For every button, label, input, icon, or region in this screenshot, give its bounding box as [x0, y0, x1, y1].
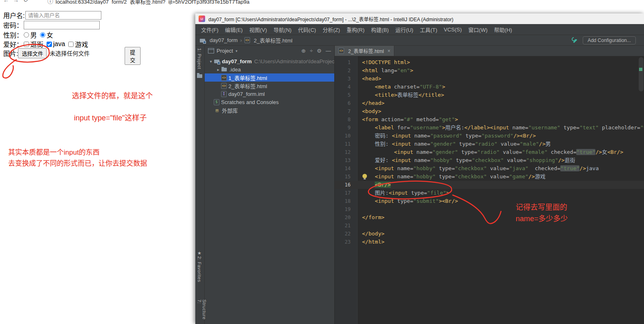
collapse-icon[interactable]: ÷: [310, 48, 313, 54]
browser-address-bar[interactable]: ← → ⟳ ⓘ localhost:63342/day07_form/2_表单标…: [0, 0, 644, 4]
tree-item[interactable]: ▾day07_formC:\Users\Administrator\IdeaPr…: [205, 57, 334, 65]
line-number[interactable]: 4: [335, 83, 357, 91]
line-number[interactable]: 9: [335, 124, 357, 132]
tool-button-structure[interactable]: 7: Structure: [197, 300, 207, 324]
code-line[interactable]: 15 <input name="hobby" type="checkbox" v…: [335, 173, 644, 181]
refresh-icon[interactable]: ⟳: [24, 0, 29, 3]
code-line[interactable]: 20</form>: [335, 213, 644, 222]
code-line[interactable]: 7<body>: [335, 107, 644, 115]
favorites-star-icon[interactable]: ★: [197, 251, 201, 256]
project-tool-icon[interactable]: [197, 74, 202, 78]
code-line[interactable]: 12 <input name="gender" type="radio" val…: [335, 148, 644, 156]
code-line[interactable]: 21: [335, 222, 644, 230]
breadcrumb-file[interactable]: <> 2_表单标签.html: [244, 36, 293, 44]
intention-bulb-icon[interactable]: [362, 174, 367, 178]
menu-item[interactable]: 代码(C): [295, 26, 319, 33]
menu-item[interactable]: VCS(S): [441, 27, 465, 33]
code-line[interactable]: 18 <input type="submit"><Br/>: [335, 197, 644, 205]
menu-item[interactable]: 工具(T): [416, 26, 441, 33]
locate-icon[interactable]: ⊕: [301, 48, 306, 54]
line-number[interactable]: 16: [335, 181, 357, 189]
gear-icon[interactable]: ⚙: [317, 48, 322, 54]
menu-item[interactable]: 视图(V): [246, 26, 270, 33]
checkbox-java[interactable]: [47, 42, 52, 47]
line-number[interactable]: 1: [335, 58, 357, 67]
line-number[interactable]: 13: [335, 156, 357, 164]
line-number[interactable]: 10: [335, 132, 357, 140]
line-number[interactable]: 6: [335, 99, 357, 107]
menu-item[interactable]: 构建(B): [368, 26, 392, 33]
line-number[interactable]: 17: [335, 189, 357, 197]
line-number[interactable]: 23: [335, 238, 357, 246]
tree-item[interactable]: ▸.idea: [205, 65, 334, 73]
idea-title-bar[interactable]: IJ day07_form [C:\Users\Administrator\Id…: [195, 13, 644, 24]
line-number[interactable]: 20: [335, 213, 357, 222]
close-icon[interactable]: ×: [387, 48, 390, 54]
expand-arrow-icon[interactable]: ▸: [215, 67, 221, 72]
editor-tab[interactable]: <> 2_表单标签.html ×: [335, 46, 394, 56]
line-number[interactable]: 5: [335, 91, 357, 99]
tree-item[interactable]: <>2_表单标签.html: [205, 82, 334, 90]
submit-button[interactable]: 提交: [125, 47, 141, 65]
code-line[interactable]: 9 <label for="username">用户名:</label><inp…: [335, 124, 644, 132]
code-line[interactable]: 22</body>: [335, 230, 644, 238]
menu-item[interactable]: 窗口(W): [465, 26, 491, 33]
add-configuration-button[interactable]: Add Configuration...: [583, 36, 636, 44]
menu-item[interactable]: 编辑(E): [222, 26, 246, 33]
line-number[interactable]: 19: [335, 205, 357, 213]
menu-item[interactable]: 分析(Z): [319, 26, 343, 33]
code-area[interactable]: 1<!DOCTYPE html>2<html lang="en">3<head>…: [335, 56, 644, 324]
tool-button-project[interactable]: 1: Project: [197, 48, 202, 69]
line-number[interactable]: 15: [335, 173, 357, 181]
expand-arrow-icon[interactable]: ▾: [208, 59, 214, 64]
chevron-down-icon[interactable]: ▾: [235, 49, 237, 53]
choose-file-button[interactable]: 选择文件: [18, 48, 47, 58]
line-number[interactable]: 18: [335, 197, 357, 205]
tree-item[interactable]: Iday07_form.iml: [205, 90, 334, 98]
code-line[interactable]: 5 <title>表单标签</title>: [335, 91, 644, 99]
back-icon[interactable]: ←: [3, 0, 9, 3]
checkbox-游戏[interactable]: [68, 42, 74, 47]
line-number[interactable]: 2: [335, 67, 357, 75]
code-line[interactable]: 1<!DOCTYPE html>: [335, 58, 644, 67]
menu-item[interactable]: 运行(U): [392, 26, 416, 33]
line-number[interactable]: 3: [335, 75, 357, 83]
forward-icon[interactable]: →: [13, 0, 19, 3]
code-line[interactable]: 2<html lang="en">: [335, 67, 644, 75]
code-line[interactable]: 19: [335, 205, 644, 213]
menu-item[interactable]: 文件(F): [198, 26, 222, 33]
line-number[interactable]: 12: [335, 148, 357, 156]
tree-item[interactable]: SScratches and Consoles: [205, 98, 334, 106]
line-number[interactable]: 8: [335, 115, 357, 124]
project-panel-header[interactable]: Project ▾ ⊕÷⚙—: [205, 46, 334, 56]
code-line[interactable]: 14 <input name="hobby" type="checkbox" v…: [335, 164, 644, 173]
radio-男[interactable]: [24, 32, 29, 38]
code-line[interactable]: 23</html>: [335, 238, 644, 246]
line-number[interactable]: 7: [335, 107, 357, 115]
username-input[interactable]: [25, 11, 101, 20]
hide-panel-icon[interactable]: —: [326, 48, 331, 54]
checkbox-逛街[interactable]: [24, 42, 29, 47]
password-input[interactable]: [24, 21, 100, 29]
code-line[interactable]: 10 密码: <input name="password" type="pass…: [335, 132, 644, 140]
info-icon[interactable]: ⓘ: [47, 0, 53, 4]
code-line[interactable]: 6</head>: [335, 99, 644, 107]
build-wrench-icon[interactable]: [571, 37, 578, 44]
tree-item[interactable]: <>1_表单标签.html: [205, 73, 334, 82]
code-line[interactable]: 13 爱好: <input name="hobby" type="checkbo…: [335, 156, 644, 164]
code-line[interactable]: 11 性别: <input name="gender" type="radio"…: [335, 140, 644, 148]
menu-item[interactable]: 重构(R): [343, 26, 368, 33]
code-line[interactable]: 8<form action="#" method="get">: [335, 115, 644, 124]
radio-女[interactable]: [40, 32, 45, 38]
code-line[interactable]: 3<head>: [335, 75, 644, 83]
line-number[interactable]: 21: [335, 222, 357, 230]
line-number[interactable]: 14: [335, 164, 357, 173]
menu-item[interactable]: 帮助(H): [491, 26, 515, 33]
menu-item[interactable]: 导航(N): [270, 26, 295, 33]
code-line[interactable]: 16 <Br/>: [335, 181, 644, 189]
code-line[interactable]: 17 图片:<input type="file">: [335, 189, 644, 197]
line-number[interactable]: 22: [335, 230, 357, 238]
tool-button-favorites[interactable]: 2: Favorites: [197, 256, 202, 282]
code-line[interactable]: 4 <meta charset="UTF-8">: [335, 83, 644, 91]
url-text[interactable]: localhost:63342/day07_form/2_表单标签.html?_…: [56, 0, 249, 4]
